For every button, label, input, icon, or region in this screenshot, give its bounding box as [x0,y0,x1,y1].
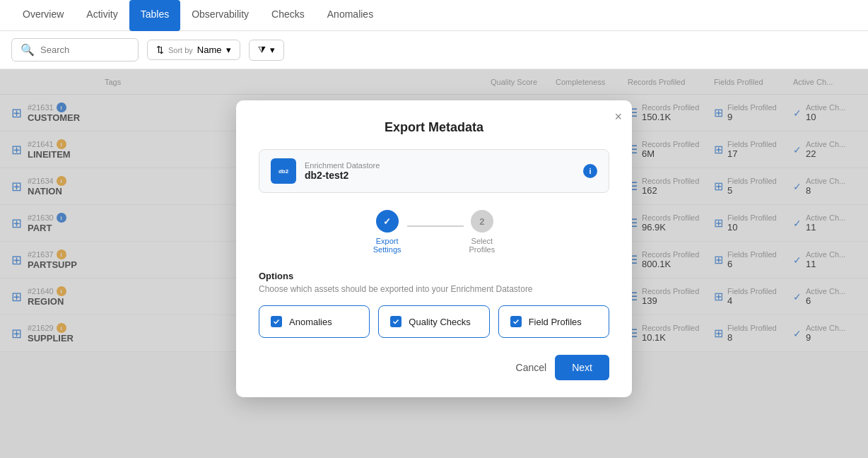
steps-indicator: ✓ ExportSettings 2 SelectProfiles [259,210,609,254]
nav-item-checks[interactable]: Checks [260,0,316,31]
step-1: ✓ ExportSettings [373,210,401,254]
anomalies-checkbox[interactable] [271,316,282,327]
modal-footer: Cancel Next [259,355,609,380]
export-metadata-modal: × Export Metadata db2 Enrichment Datasto… [236,100,632,397]
chevron-down-icon: ▾ [226,45,231,55]
step-connector [407,225,464,227]
search-icon: 🔍 [20,43,35,57]
step-2-circle: 2 [471,210,493,233]
sort-button[interactable]: ⇅ Sort by Name ▾ [147,40,240,60]
anomalies-label: Anomalies [289,317,332,327]
datastore-label: Enrichment Datastore [305,161,575,170]
check-icon [273,318,280,325]
quality-checks-checkbox[interactable] [390,316,401,327]
nav-item-tables[interactable]: Tables [129,0,180,31]
step-1-circle: ✓ [376,210,399,233]
sort-icon: ⇅ [156,45,164,55]
anomalies-checkbox-card[interactable]: Anomalies [259,305,370,338]
next-button[interactable]: Next [555,355,609,380]
top-nav: Overview Activity Tables Observability C… [0,0,868,31]
check-icon [392,318,399,325]
quality-checks-checkbox-card[interactable]: Quality Checks [378,305,489,338]
search-box[interactable]: 🔍 [11,38,139,61]
options-title: Options [259,271,609,281]
search-input[interactable] [40,45,129,55]
datastore-info: Enrichment Datastore db2-test2 [305,161,575,181]
nav-item-observability[interactable]: Observability [180,0,260,31]
chevron-down-icon: ▾ [270,45,275,55]
cancel-button[interactable]: Cancel [516,362,547,373]
filter-button[interactable]: ⧩ ▾ [249,40,284,61]
quality-checks-label: Quality Checks [409,317,470,327]
modal-title: Export Metadata [259,120,609,135]
options-desc: Choose which assets should be exported i… [259,284,609,294]
step-2: 2 SelectProfiles [469,210,495,254]
modal-overlay: × Export Metadata db2 Enrichment Datasto… [0,69,868,458]
step-2-label: SelectProfiles [469,237,495,254]
main-content: Tags Quality Score Completeness Records … [0,69,868,458]
nav-item-anomalies[interactable]: Anomalies [316,0,385,31]
datastore-logo: db2 [271,158,296,184]
info-icon[interactable]: i [583,164,597,178]
field-profiles-checkbox-card[interactable]: Field Profiles [498,305,609,338]
checkboxes-row: Anomalies Quality Checks [259,305,609,338]
field-profiles-label: Field Profiles [529,317,582,327]
toolbar: 🔍 ⇅ Sort by Name ▾ ⧩ ▾ [0,31,868,69]
check-icon [512,318,520,325]
datastore-card: db2 Enrichment Datastore db2-test2 i [259,149,609,193]
field-profiles-checkbox[interactable] [510,316,522,327]
nav-item-activity[interactable]: Activity [75,0,129,31]
step-1-label: ExportSettings [373,237,401,254]
close-button[interactable]: × [614,110,622,123]
datastore-name: db2-test2 [305,170,575,181]
nav-item-overview[interactable]: Overview [11,0,75,31]
filter-icon: ⧩ [258,45,266,56]
